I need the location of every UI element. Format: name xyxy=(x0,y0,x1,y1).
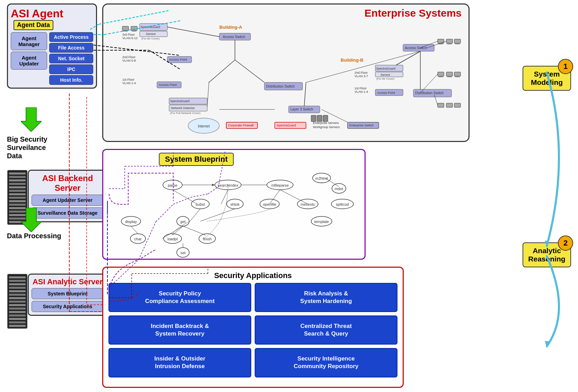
svg-text:set: set xyxy=(181,251,186,255)
app-security-policy: Security PolicyCompliance Assessment xyxy=(108,283,251,312)
big-data-label: Big SecuritySurveilance Data xyxy=(7,135,62,160)
svg-rect-20 xyxy=(9,280,26,282)
agent-left-boxes: AgentManager AgentUpdater xyxy=(11,32,47,85)
svg-rect-114 xyxy=(447,76,452,77)
svg-text:loadpl: loadpl xyxy=(167,237,177,241)
system-blueprint-item: System Blueprint xyxy=(32,288,104,299)
agent-right-boxes: Active Process File Access Net. Socket I… xyxy=(49,32,93,85)
svg-text:SpectraGuard: SpectraGuard xyxy=(170,99,190,103)
svg-rect-3 xyxy=(9,176,26,178)
blueprint-title: System Blueprint xyxy=(159,153,234,166)
active-process-item: Active Process xyxy=(49,32,93,42)
svg-rect-27 xyxy=(9,304,26,306)
svg-line-160 xyxy=(173,190,197,204)
server-rack-bottom xyxy=(7,274,28,330)
svg-line-165 xyxy=(173,226,183,235)
security-apps-box: Security Applications Security PolicyCom… xyxy=(102,267,404,388)
svg-text:parse: parse xyxy=(168,183,177,187)
asi-backend-title: ASI Backend Server xyxy=(32,173,104,193)
svg-text:Corporate Firewall: Corporate Firewall xyxy=(228,124,254,127)
apps-grid: Security PolicyCompliance Assessment Ris… xyxy=(103,283,403,383)
svg-marker-17 xyxy=(21,208,42,232)
svg-line-171 xyxy=(325,178,339,187)
svg-text:splitcod: splitcod xyxy=(336,202,349,206)
svg-text:display: display xyxy=(125,220,137,224)
svg-text:Access Point: Access Point xyxy=(159,83,177,87)
svg-rect-11 xyxy=(9,204,26,206)
svg-marker-175 xyxy=(545,341,549,348)
enterprise-box: Enterprise Systems Building-A Building-B… xyxy=(102,3,470,142)
svg-text:Building-A: Building-A xyxy=(219,25,242,30)
svg-line-98 xyxy=(207,82,209,107)
asi-analytic-box: ASI Analytic Server System Blueprint Sec… xyxy=(28,274,107,316)
svg-rect-5 xyxy=(9,183,26,185)
svg-text:Network Detector: Network Detector xyxy=(171,106,195,110)
svg-text:1st Floor: 1st Floor xyxy=(354,87,367,90)
svg-rect-32 xyxy=(9,321,26,323)
svg-rect-110 xyxy=(455,43,460,44)
agent-updater-server-item: Agent Updater Server xyxy=(32,195,104,206)
svg-rect-103 xyxy=(131,26,137,30)
svg-rect-31 xyxy=(9,318,26,320)
svg-text:mexexts: mexexts xyxy=(301,202,315,206)
svg-line-172 xyxy=(131,226,138,234)
svg-rect-116 xyxy=(455,76,460,77)
svg-rect-19 xyxy=(9,276,26,278)
svg-rect-7 xyxy=(9,190,26,192)
arrow-down-2 xyxy=(21,208,42,233)
svg-rect-25 xyxy=(9,297,26,299)
svg-rect-108 xyxy=(447,43,452,44)
enterprise-title: Enterprise Systems xyxy=(103,5,468,19)
ipc-item: IPC xyxy=(49,64,93,74)
app-risk-analysis: Risk Analysis &System Hardening xyxy=(255,283,397,312)
agent-manager-item: AgentManager xyxy=(11,32,47,50)
svg-rect-28 xyxy=(9,308,26,310)
svg-rect-85 xyxy=(311,115,316,122)
svg-rect-113 xyxy=(446,72,453,76)
svg-line-169 xyxy=(280,190,308,204)
net-socket-item: Net. Socket xyxy=(49,54,93,63)
app-security-intelligence: Security IntelligenceCommunity Repositor… xyxy=(255,348,397,377)
svg-rect-8 xyxy=(9,193,26,195)
arrow-down-1 xyxy=(21,107,42,133)
svg-rect-105 xyxy=(438,39,444,43)
blueprint-graph-svg: parse searchindex mfileparse m2html mdot… xyxy=(103,168,363,258)
svg-text:SpectraGuard: SpectraGuard xyxy=(141,25,160,29)
number-2-circle: 2 xyxy=(558,235,573,251)
svg-text:Building-B: Building-B xyxy=(341,57,364,63)
svg-text:1st Floor: 1st Floor xyxy=(122,78,134,81)
blueprint-box: System Blueprint parse searchindex mfile… xyxy=(102,149,366,260)
svg-line-161 xyxy=(221,190,228,204)
svg-text:VLAN 6-12: VLAN 6-12 xyxy=(122,36,138,40)
svg-text:2nd Floor: 2nd Floor xyxy=(354,71,368,74)
svg-text:SpectraGuard: SpectraGuard xyxy=(376,67,395,70)
left-column: ASI Agent Agent Data AgentManager AgentU… xyxy=(7,3,97,89)
svg-rect-117 xyxy=(438,103,444,107)
svg-text:Access Point: Access Point xyxy=(169,58,187,61)
svg-rect-107 xyxy=(446,39,453,43)
svg-line-96 xyxy=(396,51,420,65)
svg-text:3rd Floor: 3rd Floor xyxy=(122,33,135,36)
svg-text:Access Switch: Access Switch xyxy=(223,35,245,39)
svg-rect-109 xyxy=(454,39,461,43)
agent-data-badge: Agent Data xyxy=(14,20,53,30)
svg-line-163 xyxy=(200,209,235,221)
svg-rect-115 xyxy=(454,72,461,76)
svg-text:(For Full Network Cover): (For Full Network Cover) xyxy=(170,112,201,115)
svg-text:get: get xyxy=(180,220,185,224)
asi-analytic-title: ASI Analytic Server xyxy=(32,277,104,286)
svg-text:char: char xyxy=(134,237,142,241)
svg-text:Sensor: Sensor xyxy=(380,73,391,77)
svg-rect-26 xyxy=(9,301,26,303)
svg-text:Sensor: Sensor xyxy=(146,32,156,36)
svg-rect-4 xyxy=(9,179,26,181)
svg-rect-102 xyxy=(123,30,128,32)
svg-line-166 xyxy=(183,226,205,235)
asi-agent-box: ASI Agent Agent Data AgentManager AgentU… xyxy=(7,3,97,89)
svg-rect-23 xyxy=(9,290,26,292)
svg-text:Distribution Switch: Distribution Switch xyxy=(415,91,444,95)
right-curved-arrows-svg xyxy=(516,0,578,392)
svg-text:shtok: shtok xyxy=(230,202,240,206)
svg-rect-2 xyxy=(9,172,26,175)
asi-agent-title: ASI Agent xyxy=(11,7,63,20)
